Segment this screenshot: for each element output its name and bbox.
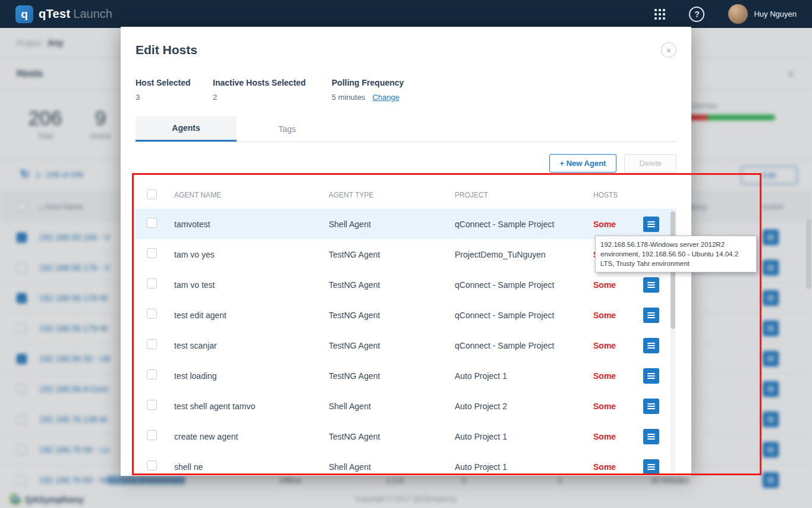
- inactive-hosts-value: 2: [213, 93, 332, 102]
- agent-hosts-link[interactable]: Some: [584, 432, 643, 441]
- avatar: [728, 4, 748, 24]
- agent-row[interactable]: tam vo test TestNG Agent qConnect - Samp…: [136, 269, 676, 300]
- agent-name: test scanjar: [174, 341, 329, 350]
- brand-name: qTest: [39, 7, 70, 21]
- brand-product: Launch: [73, 7, 112, 21]
- agent-name: test shell agent tamvo: [174, 402, 329, 411]
- agent-table-header: AGENT NAME AGENT TYPE PROJECT HOSTS: [136, 181, 676, 209]
- user-menu[interactable]: Huy Nguyen: [728, 4, 797, 24]
- agent-type: TestNG Agent: [329, 311, 455, 320]
- agent-row[interactable]: tamvotest Shell Agent qConnect - Sample …: [136, 209, 676, 239]
- qtest-logo-icon: q: [15, 5, 33, 23]
- agent-table: AGENT NAME AGENT TYPE PROJECT HOSTS tamv…: [136, 181, 676, 476]
- agent-project: Auto Project 1: [455, 432, 584, 441]
- agent-type: TestNG Agent: [329, 432, 455, 441]
- row-menu-button[interactable]: [643, 308, 659, 323]
- agent-name-header: AGENT NAME: [174, 191, 329, 199]
- agent-name: test edit agent: [174, 311, 329, 320]
- agent-row[interactable]: shell ne Shell Agent Auto Project 1 Some: [136, 451, 676, 476]
- user-name: Huy Nguyen: [754, 10, 797, 18]
- new-agent-button[interactable]: + New Agent: [549, 154, 617, 173]
- project-header: PROJECT: [455, 191, 584, 199]
- polling-frequency-value: 5 minutes: [332, 93, 365, 102]
- agent-project: Auto Project 1: [455, 462, 584, 472]
- row-checkbox[interactable]: [147, 400, 157, 410]
- host-selected-label: Host Selected: [136, 78, 213, 87]
- agent-type: Shell Agent: [329, 219, 455, 229]
- agent-name: tamvotest: [174, 219, 329, 229]
- agent-row[interactable]: create new agent TestNG Agent Auto Proje…: [136, 421, 676, 451]
- agent-type: Shell Agent: [329, 462, 455, 472]
- agent-row[interactable]: test edit agent TestNG Agent qConnect - …: [136, 300, 676, 330]
- row-checkbox[interactable]: [147, 248, 157, 258]
- agent-row[interactable]: test scanjar TestNG Agent qConnect - Sam…: [136, 330, 676, 360]
- row-checkbox[interactable]: [147, 460, 157, 471]
- row-menu-button[interactable]: [643, 368, 659, 384]
- row-menu-button[interactable]: [643, 399, 659, 414]
- agent-name: shell ne: [174, 462, 329, 472]
- row-checkbox[interactable]: [147, 339, 157, 349]
- agent-name: test loading: [174, 371, 329, 381]
- row-menu-button[interactable]: [643, 429, 659, 444]
- agent-name: create new agent: [174, 432, 329, 441]
- agent-type: TestNG Agent: [329, 341, 455, 350]
- row-menu-button[interactable]: [643, 217, 659, 232]
- change-link[interactable]: Change: [372, 93, 399, 102]
- delete-button[interactable]: Delete: [624, 154, 676, 173]
- polling-frequency-label: Polling Frequency: [332, 78, 404, 87]
- hosts-header: HOSTS: [584, 191, 643, 199]
- top-navbar: q qTest Launch ? Huy Nguyen: [0, 0, 812, 28]
- row-menu-button[interactable]: [643, 277, 659, 293]
- apps-grid-icon[interactable]: [654, 9, 665, 20]
- agent-row[interactable]: test loading TestNG Agent Auto Project 1…: [136, 360, 676, 391]
- agent-project: Auto Project 1: [455, 371, 584, 381]
- agent-hosts-link[interactable]: Some: [584, 341, 643, 350]
- agent-type-header: AGENT TYPE: [329, 191, 455, 199]
- agent-row[interactable]: test shell agent tamvo Shell Agent Auto …: [136, 391, 676, 421]
- row-checkbox[interactable]: [147, 369, 157, 380]
- agent-project: qConnect - Sample Project: [455, 341, 584, 350]
- page-scrollbar[interactable]: [806, 219, 811, 289]
- agent-hosts-link[interactable]: Some: [584, 311, 643, 320]
- agent-project: Auto Project 2: [455, 402, 584, 411]
- modal-tabs: Agents Tags: [136, 116, 676, 142]
- agent-hosts-link[interactable]: Some: [584, 402, 643, 411]
- agent-type: TestNG Agent: [329, 280, 455, 290]
- agent-name: tam vo yes: [174, 250, 329, 259]
- row-menu-button[interactable]: [643, 338, 659, 353]
- agent-project: qConnect - Sample Project: [455, 311, 584, 320]
- agent-hosts-link[interactable]: Some: [584, 219, 643, 229]
- inactive-hosts-label: Inactive Hosts Selected: [213, 78, 332, 87]
- agent-name: tam vo test: [174, 280, 329, 290]
- help-icon[interactable]: ?: [689, 7, 704, 22]
- close-icon[interactable]: ×: [661, 42, 676, 58]
- modal-title: Edit Hosts: [136, 43, 197, 57]
- tab-tags[interactable]: Tags: [237, 116, 338, 142]
- row-checkbox[interactable]: [147, 278, 157, 289]
- agent-type: TestNG Agent: [329, 250, 455, 259]
- hosts-tooltip: 192.168.56.178-Windows server 2012R2 env…: [595, 236, 757, 272]
- app-logo[interactable]: q qTest Launch: [15, 5, 112, 23]
- agent-project: ProjectDemo_TuNguyen: [455, 250, 584, 259]
- row-menu-button[interactable]: [643, 459, 659, 475]
- agent-hosts-link[interactable]: Some: [584, 371, 643, 381]
- selection-summary: Host Selected 3 Inactive Hosts Selected …: [136, 78, 676, 102]
- agent-hosts-link[interactable]: Some: [584, 280, 643, 290]
- row-checkbox[interactable]: [147, 309, 157, 319]
- host-selected-value: 3: [136, 93, 213, 102]
- agent-hosts-link[interactable]: Some: [584, 462, 643, 472]
- agent-type: TestNG Agent: [329, 371, 455, 381]
- agent-project: qConnect - Sample Project: [455, 219, 584, 229]
- agent-type: Shell Agent: [329, 402, 455, 411]
- agent-project: qConnect - Sample Project: [455, 280, 584, 290]
- row-checkbox[interactable]: [147, 430, 157, 440]
- select-all-agents-checkbox[interactable]: [147, 189, 157, 199]
- tab-agents[interactable]: Agents: [136, 116, 237, 142]
- row-checkbox[interactable]: [147, 218, 157, 228]
